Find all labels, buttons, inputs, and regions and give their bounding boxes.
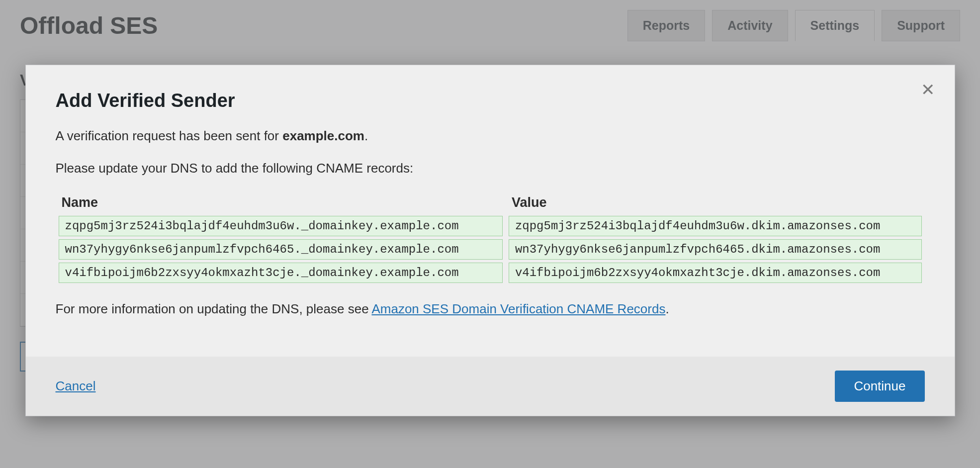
modal-overlay: ✕ Add Verified Sender A verification req…	[0, 0, 980, 468]
ses-docs-link[interactable]: Amazon SES Domain Verification CNAME Rec…	[371, 301, 665, 316]
cname-name[interactable]: wn37yhygy6nkse6janpumlzfvpch6465._domain…	[59, 239, 503, 260]
cancel-button[interactable]: Cancel	[56, 378, 96, 394]
col-header-value: Value	[506, 191, 925, 214]
verified-domain: example.com	[282, 128, 364, 143]
cname-name[interactable]: zqpg5mj3rz524i3bqlajdf4euhdm3u6w._domain…	[59, 216, 503, 236]
cname-row: wn37yhygy6nkse6janpumlzfvpch6465._domain…	[56, 238, 925, 261]
modal-footer: Cancel Continue	[26, 357, 955, 416]
close-icon[interactable]: ✕	[921, 81, 935, 98]
col-header-name: Name	[56, 191, 506, 214]
cname-value[interactable]: wn37yhygy6nkse6janpumlzfvpch6465.dkim.am…	[509, 239, 922, 260]
verification-sent-text: A verification request has been sent for…	[56, 126, 925, 146]
add-verified-sender-modal: ✕ Add Verified Sender A verification req…	[25, 65, 955, 416]
modal-title: Add Verified Sender	[56, 90, 925, 111]
text-fragment: For more information on updating the DNS…	[56, 301, 372, 316]
cname-row: v4ifbipoijm6b2zxsyy4okmxazht3cje._domain…	[56, 261, 925, 284]
cname-name[interactable]: v4ifbipoijm6b2zxsyy4okmxazht3cje._domain…	[59, 263, 503, 283]
more-info-text: For more information on updating the DNS…	[56, 299, 925, 319]
cname-row: zqpg5mj3rz524i3bqlajdf4euhdm3u6w._domain…	[56, 214, 925, 238]
dns-instruction-text: Please update your DNS to add the follow…	[56, 159, 925, 178]
text-fragment: A verification request has been sent for	[56, 128, 283, 143]
text-fragment: .	[665, 301, 669, 316]
continue-button[interactable]: Continue	[835, 371, 924, 402]
text-fragment: .	[364, 128, 368, 143]
cname-value[interactable]: zqpg5mj3rz524i3bqlajdf4euhdm3u6w.dkim.am…	[509, 216, 922, 236]
cname-value[interactable]: v4ifbipoijm6b2zxsyy4okmxazht3cje.dkim.am…	[509, 263, 922, 283]
cname-records-table: Name Value zqpg5mj3rz524i3bqlajdf4euhdm3…	[56, 191, 925, 284]
